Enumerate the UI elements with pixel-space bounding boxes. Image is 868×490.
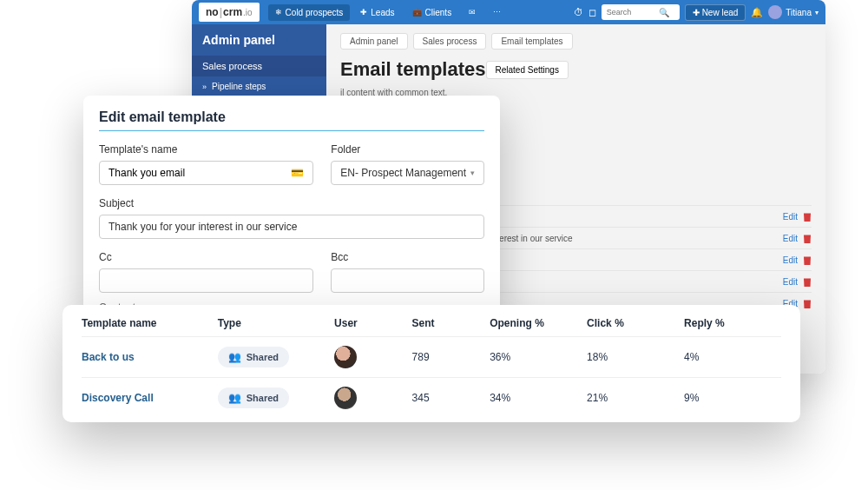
top-nav: ❄Cold prospects ✚Leads 💼Clients ✉ ⋯ (268, 4, 509, 21)
arrows-icon: » (202, 83, 207, 91)
avatar-icon (768, 5, 782, 19)
search-icon: 🔍 (659, 8, 669, 17)
trash-icon[interactable] (803, 298, 812, 308)
chevron-down-icon: ▾ (815, 9, 819, 17)
stats-row: Discovery Call 👥Shared 345 34% 21% 9% (82, 377, 781, 418)
stats-row: Back to us 👥Shared 789 36% 18% 4% (82, 336, 781, 377)
col-user: User (334, 317, 412, 329)
trash-icon[interactable] (803, 276, 812, 287)
crumb-sales[interactable]: Sales process (413, 33, 487, 50)
logo-part-a: no (206, 6, 219, 18)
snowflake-icon: ❄ (275, 8, 282, 17)
people-icon: 👥 (228, 392, 241, 404)
shared-badge: 👥Shared (218, 347, 289, 368)
modal-title: Edit email template (99, 109, 484, 131)
col-click: Click % (587, 317, 684, 329)
sidebar-section-sales-process[interactable]: Sales process (192, 56, 326, 76)
bcc-input[interactable] (331, 268, 484, 293)
topbar: no|crm.io ❄Cold prospects ✚Leads 💼Client… (192, 0, 825, 24)
logo-part-c: .io (243, 8, 253, 17)
related-settings-button[interactable]: Related Settings (486, 61, 569, 79)
topbar-right: ⏱ ◻ 🔍 ✚ New lead 🔔 Titiana ▾ (574, 4, 819, 21)
new-lead-label: New lead (702, 8, 739, 17)
crumb-admin[interactable]: Admin panel (340, 33, 408, 50)
stats-header-row: Template name Type User Sent Opening % C… (82, 317, 781, 336)
shared-badge: 👥Shared (218, 387, 289, 408)
bcc-label: Bcc (331, 251, 484, 263)
page-title: Email templates (340, 58, 486, 81)
search-input[interactable] (607, 8, 659, 17)
trash-icon[interactable] (803, 211, 812, 222)
folder-select[interactable]: EN- Prospect Management ▾ (331, 161, 484, 185)
people-icon: 👥 (228, 351, 241, 363)
template-name-input[interactable] (108, 167, 291, 179)
click-value: 18% (587, 351, 684, 363)
user-avatar[interactable] (334, 346, 357, 368)
search-box[interactable]: 🔍 (602, 4, 680, 20)
reply-value: 9% (684, 392, 781, 404)
col-opening: Opening % (490, 317, 587, 329)
click-value: 21% (587, 392, 684, 404)
credit-card-icon[interactable]: 💳 (291, 167, 304, 179)
user-menu[interactable]: Titiana ▾ (768, 5, 819, 19)
envelope-icon: ✉ (469, 8, 476, 17)
sent-value: 345 (412, 392, 490, 404)
user-name: Titiana (786, 8, 812, 17)
col-type: Type (218, 317, 334, 329)
folder-value: EN- Prospect Management (340, 167, 466, 179)
crumb-templates[interactable]: Email templates (491, 33, 572, 50)
bookmark-icon[interactable]: ◻ (589, 7, 596, 18)
cc-input[interactable] (99, 268, 313, 293)
open-value: 36% (490, 351, 587, 363)
nav-more[interactable]: ⋯ (486, 4, 508, 20)
sidebar-item-label: Pipeline steps (212, 82, 266, 91)
trash-icon[interactable] (803, 255, 812, 265)
shared-label: Shared (247, 352, 279, 362)
col-template-name: Template name (82, 317, 218, 329)
open-value: 34% (490, 392, 587, 404)
nav-label: Cold prospects (286, 8, 344, 17)
folder-label: Folder (331, 143, 484, 156)
nav-label: Leads (371, 8, 394, 17)
ellipsis-icon: ⋯ (493, 8, 501, 17)
edit-template-modal: Edit email template Template's name 💳 Fo… (83, 96, 500, 313)
bell-icon[interactable]: 🔔 (751, 7, 763, 18)
sidebar-item-pipeline[interactable]: » Pipeline steps (192, 76, 326, 96)
template-name-label: Template's name (99, 143, 313, 156)
sidebar-title: Admin panel (192, 24, 326, 56)
subject-input[interactable] (99, 215, 484, 239)
user-avatar[interactable] (334, 387, 357, 409)
col-sent: Sent (412, 317, 490, 329)
chevron-down-icon: ▾ (470, 169, 475, 177)
logo-part-b: crm (223, 6, 242, 18)
cc-label: Cc (99, 251, 313, 263)
edit-link[interactable]: Edit (783, 277, 798, 287)
trash-icon[interactable] (803, 233, 812, 243)
subject-label: Subject (99, 197, 484, 209)
nav-leads[interactable]: ✚Leads (353, 4, 401, 21)
nav-clients[interactable]: 💼Clients (405, 4, 459, 21)
plus-icon: ✚ (360, 8, 367, 17)
edit-link[interactable]: Edit (783, 255, 798, 265)
logo[interactable]: no|crm.io (199, 3, 260, 22)
col-reply: Reply % (684, 317, 781, 329)
clock-icon[interactable]: ⏱ (574, 7, 583, 17)
reply-value: 4% (684, 351, 781, 363)
nav-label: Clients (425, 8, 452, 17)
briefcase-icon: 💼 (412, 8, 422, 17)
template-name-input-wrap: 💳 (99, 161, 313, 185)
edit-link[interactable]: Edit (783, 212, 798, 222)
new-lead-button[interactable]: ✚ New lead (685, 4, 746, 21)
breadcrumb: Admin panel Sales process Email template… (326, 24, 825, 58)
nav-mail[interactable]: ✉ (462, 4, 483, 20)
sent-value: 789 (412, 351, 490, 363)
edit-link[interactable]: Edit (783, 234, 798, 243)
template-link[interactable]: Discovery Call (82, 392, 218, 404)
template-link[interactable]: Back to us (82, 351, 218, 363)
template-stats-panel: Template name Type User Sent Opening % C… (62, 305, 800, 422)
nav-cold-prospects[interactable]: ❄Cold prospects (268, 4, 351, 21)
shared-label: Shared (247, 393, 279, 403)
